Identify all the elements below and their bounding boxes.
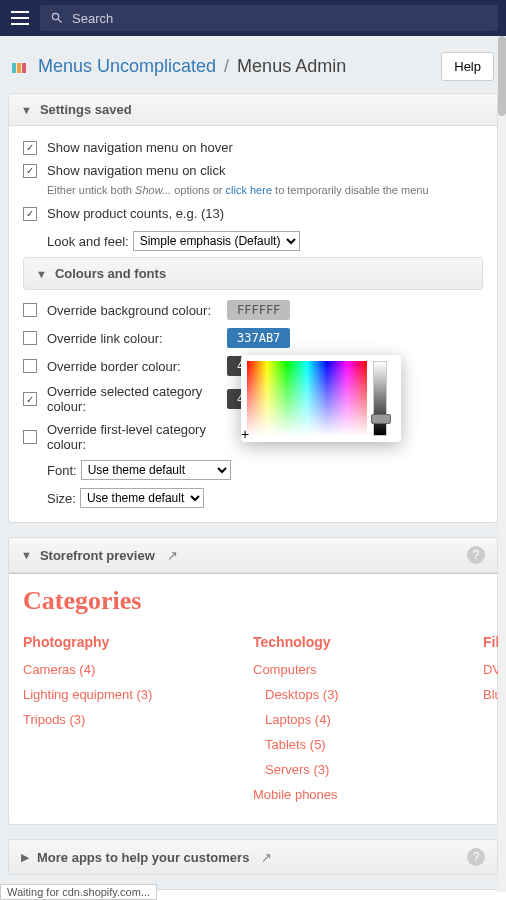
cat-link[interactable]: Laptops (4) [253, 712, 463, 727]
settings-hint: Either untick both Show... options or cl… [23, 184, 483, 196]
breadcrumb: Menus Uncomplicated / Menus Admin Help [8, 44, 498, 93]
label-selected-colour: Override selected category colour: [47, 384, 227, 414]
cat-link[interactable]: Computers [253, 662, 463, 677]
look-feel-row: Look and feel: Simple emphasis (Default) [23, 231, 483, 251]
cat-link[interactable]: Tablets (5) [253, 737, 463, 752]
settings-body: Show navigation menu on hover Show navig… [9, 126, 497, 522]
checkbox-counts[interactable] [23, 207, 37, 221]
top-bar [0, 0, 506, 36]
label-click: Show navigation menu on click [47, 163, 226, 178]
external-link-icon[interactable]: ↗ [167, 548, 178, 563]
help-icon[interactable]: ? [467, 848, 485, 866]
colour-row-link: Override link colour: 337AB7 [23, 324, 483, 352]
color-picker[interactable]: + [241, 355, 401, 442]
chevron-down-icon: ▼ [21, 104, 32, 116]
cat-link[interactable]: Tripods (3) [23, 712, 233, 727]
scrollbar-thumb[interactable] [498, 36, 506, 116]
crosshair-icon: + [241, 426, 249, 442]
category-col-technology: Technology Computers Desktops (3) Laptop… [253, 634, 463, 812]
breadcrumb-app-link[interactable]: Menus Uncomplicated [38, 56, 216, 77]
cat-link[interactable]: Lighting equipment (3) [23, 687, 233, 702]
setting-click-row: Show navigation menu on click [23, 159, 483, 182]
cat-link[interactable]: Servers (3) [253, 762, 463, 777]
colour-row-bg: Override background colour: FFFFFF [23, 296, 483, 324]
checkbox-border-colour[interactable] [23, 359, 37, 373]
colours-section-header[interactable]: ▼ Colours and fonts [23, 257, 483, 290]
font-row: Font: Use theme default [23, 456, 483, 484]
external-link-icon[interactable]: ↗ [261, 850, 272, 865]
search-icon [50, 11, 64, 25]
cat-head-technology[interactable]: Technology [253, 634, 463, 650]
search-input[interactable] [72, 11, 488, 26]
slider-handle[interactable] [371, 414, 391, 424]
checkbox-selected-colour[interactable] [23, 392, 37, 406]
label-firstlevel-colour: Override first-level category colour: [47, 422, 227, 452]
font-select[interactable]: Use theme default [81, 460, 231, 480]
checkbox-link-colour[interactable] [23, 331, 37, 345]
cat-link[interactable]: Cameras (4) [23, 662, 233, 677]
preview-title: Storefront preview [40, 548, 155, 563]
app-icon [12, 61, 30, 73]
look-feel-label: Look and feel: [47, 234, 129, 249]
setting-counts-row: Show product counts, e.g. (13) [23, 202, 483, 225]
look-feel-select[interactable]: Simple emphasis (Default) [133, 231, 300, 251]
colour-gradient[interactable]: + [247, 361, 367, 436]
chevron-right-icon: ▶ [21, 851, 29, 864]
breadcrumb-separator: / [224, 56, 229, 77]
size-select[interactable]: Use theme default [80, 488, 204, 508]
categories-columns: Photography Cameras (4) Lighting equipme… [23, 634, 483, 812]
colours-title: Colours and fonts [55, 266, 166, 281]
search-field[interactable] [40, 5, 498, 31]
preview-panel-header[interactable]: ▼ Storefront preview ↗ ? [9, 538, 497, 573]
more-apps-header[interactable]: ▶ More apps to help your customers ↗ ? [9, 840, 497, 874]
status-bar: Waiting for cdn.shopify.com... [0, 884, 157, 900]
label-counts: Show product counts, e.g. (13) [47, 206, 224, 221]
disable-menu-link[interactable]: click here [226, 184, 272, 196]
chevron-down-icon: ▼ [36, 268, 47, 280]
size-row: Size: Use theme default [23, 484, 483, 512]
size-label: Size: [47, 491, 76, 506]
cat-link[interactable]: Desktops (3) [253, 687, 463, 702]
font-label: Font: [47, 463, 77, 478]
label-border-colour: Override border colour: [47, 359, 227, 374]
settings-title: Settings saved [40, 102, 132, 117]
content-area: Menus Uncomplicated / Menus Admin Help ▼… [0, 36, 506, 892]
scrollbar[interactable] [498, 36, 506, 892]
checkbox-bg-colour[interactable] [23, 303, 37, 317]
help-icon[interactable]: ? [467, 546, 485, 564]
help-button[interactable]: Help [441, 52, 494, 81]
label-bg-colour: Override background colour: [47, 303, 227, 318]
checkbox-click[interactable] [23, 164, 37, 178]
checkbox-hover[interactable] [23, 141, 37, 155]
cat-head-photography[interactable]: Photography [23, 634, 233, 650]
label-link-colour: Override link colour: [47, 331, 227, 346]
category-col-photography: Photography Cameras (4) Lighting equipme… [23, 634, 233, 812]
settings-panel: ▼ Settings saved Show navigation menu on… [8, 93, 498, 523]
preview-panel: ▼ Storefront preview ↗ ? Categories Phot… [8, 537, 498, 825]
cat-link[interactable]: Mobile phones [253, 787, 463, 802]
lightness-slider[interactable] [373, 361, 387, 436]
swatch-link[interactable]: 337AB7 [227, 328, 290, 348]
swatch-bg[interactable]: FFFFFF [227, 300, 290, 320]
label-hover: Show navigation menu on hover [47, 140, 233, 155]
preview-body: Categories Photography Cameras (4) Light… [9, 573, 497, 824]
categories-heading: Categories [23, 586, 483, 616]
settings-panel-header[interactable]: ▼ Settings saved [9, 94, 497, 126]
breadcrumb-current: Menus Admin [237, 56, 346, 77]
checkbox-firstlevel-colour[interactable] [23, 430, 37, 444]
more-apps-title: More apps to help your customers [37, 850, 249, 865]
hamburger-icon[interactable] [8, 6, 32, 30]
setting-hover-row: Show navigation menu on hover [23, 136, 483, 159]
more-apps-panel: ▶ More apps to help your customers ↗ ? [8, 839, 498, 875]
chevron-down-icon: ▼ [21, 549, 32, 561]
